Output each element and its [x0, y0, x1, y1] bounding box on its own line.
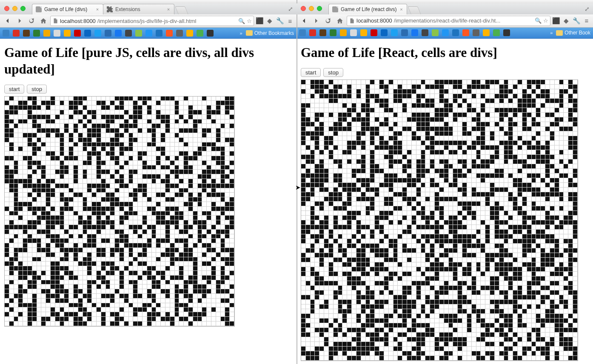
- minimize-window-icon[interactable]: [12, 6, 17, 11]
- bookmark-icon[interactable]: [145, 30, 152, 37]
- bookmark-icon[interactable]: [84, 30, 91, 37]
- ext-icon[interactable]: ◆: [266, 17, 274, 25]
- bookmark-icon[interactable]: [186, 30, 193, 37]
- bookmark-icon[interactable]: [340, 29, 347, 36]
- home-button[interactable]: [38, 16, 48, 26]
- bookmark-icon[interactable]: [350, 29, 357, 36]
- zoom-icon[interactable]: 🔍: [535, 17, 542, 24]
- ext-icon[interactable]: ◆: [562, 17, 570, 25]
- new-tab-button[interactable]: [175, 6, 188, 14]
- bookmark-icon[interactable]: [371, 29, 377, 36]
- grid-cell: [120, 216, 124, 220]
- reload-button[interactable]: [323, 16, 333, 26]
- close-window-icon[interactable]: [4, 6, 9, 11]
- bookmark-icon[interactable]: [319, 29, 326, 36]
- forward-button[interactable]: [14, 16, 25, 26]
- browser-tab[interactable]: Extensions×: [103, 4, 174, 14]
- browser-tab[interactable]: Game of Life (divs)×: [32, 4, 103, 14]
- bookmark-icon[interactable]: [432, 29, 439, 36]
- bookmark-star-icon[interactable]: ☆: [247, 18, 252, 24]
- grid-cell: [458, 155, 462, 159]
- bookmark-icon[interactable]: [330, 29, 336, 36]
- bookmark-icon[interactable]: [381, 29, 388, 36]
- bookmark-icon[interactable]: [462, 29, 469, 36]
- start-button[interactable]: start: [4, 85, 24, 94]
- new-tab-button[interactable]: [408, 6, 422, 14]
- bookmark-icon[interactable]: [422, 29, 428, 36]
- bookmark-icon[interactable]: [105, 30, 111, 37]
- bookmark-icon[interactable]: [33, 30, 40, 37]
- grid-cell: [9, 128, 14, 133]
- forward-button[interactable]: [311, 16, 321, 26]
- grid-cell: [18, 211, 23, 216]
- zoom-icon[interactable]: 🔍: [238, 18, 245, 24]
- menu-icon[interactable]: ≡: [583, 17, 590, 25]
- grid-cell: [407, 94, 412, 99]
- grid-cell: [536, 300, 541, 304]
- grid-cell: [78, 179, 83, 184]
- bookmark-icon[interactable]: [135, 30, 142, 37]
- bookmarks-overflow-icon[interactable]: »: [550, 30, 553, 35]
- start-button[interactable]: start: [301, 68, 321, 77]
- bookmark-icon[interactable]: [473, 29, 479, 36]
- grid-cell: [5, 248, 9, 253]
- expand-icon[interactable]: ⤢: [584, 6, 590, 12]
- wrench-icon[interactable]: 🔧: [573, 17, 580, 25]
- bookmark-icon[interactable]: [197, 30, 203, 37]
- bookmark-icon[interactable]: [3, 30, 9, 37]
- grid-cell: [46, 101, 51, 105]
- reload-button[interactable]: [26, 16, 37, 26]
- grid-cell: [83, 101, 88, 105]
- bookmark-icon[interactable]: [125, 30, 132, 37]
- bookmark-icon[interactable]: [115, 30, 122, 37]
- back-button[interactable]: [3, 16, 13, 26]
- bookmark-icon[interactable]: [452, 29, 459, 36]
- back-button[interactable]: [299, 16, 309, 26]
- close-tab-icon[interactable]: ×: [95, 7, 100, 11]
- bookmark-icon[interactable]: [401, 29, 408, 36]
- bookmark-icon[interactable]: [43, 30, 50, 37]
- other-bookmarks-button[interactable]: Other Bookmarks: [246, 30, 294, 36]
- bookmark-icon[interactable]: [74, 30, 81, 37]
- ext-icon[interactable]: ⬛: [552, 17, 560, 25]
- stop-button[interactable]: stop: [27, 85, 47, 94]
- grid-cell: [306, 286, 311, 290]
- bookmark-icon[interactable]: [483, 29, 490, 36]
- bookmark-icon[interactable]: [23, 30, 30, 37]
- bookmark-icon[interactable]: [309, 29, 316, 36]
- close-tab-icon[interactable]: ×: [166, 7, 171, 11]
- ext-icon[interactable]: ⬛: [256, 17, 263, 25]
- zoom-window-icon[interactable]: [317, 6, 322, 11]
- address-bar[interactable]: localhost:8000 /implementations/js-div/l…: [50, 16, 254, 26]
- close-window-icon[interactable]: [301, 6, 306, 11]
- browser-tab[interactable]: Game of Life (react divs)×: [328, 4, 407, 14]
- bookmark-icon[interactable]: [13, 30, 20, 37]
- bookmark-icon[interactable]: [64, 30, 71, 37]
- bookmark-icon[interactable]: [391, 29, 398, 36]
- address-bar[interactable]: localhost:8000 /implementations/react-di…: [347, 16, 550, 26]
- wrench-icon[interactable]: 🔧: [276, 17, 284, 25]
- bookmark-icon[interactable]: [207, 30, 214, 37]
- other-bookmarks-button[interactable]: Other Book: [556, 30, 590, 36]
- bookmark-icon[interactable]: [411, 29, 418, 36]
- bookmark-icon[interactable]: [360, 29, 367, 36]
- zoom-window-icon[interactable]: [20, 6, 26, 11]
- bookmark-icon[interactable]: [54, 30, 60, 37]
- home-button[interactable]: [335, 16, 345, 26]
- bookmark-icon[interactable]: [166, 30, 173, 37]
- close-tab-icon[interactable]: ×: [399, 7, 403, 11]
- bookmark-icon[interactable]: [176, 30, 183, 37]
- bookmark-icon[interactable]: [493, 29, 500, 36]
- minimize-window-icon[interactable]: [309, 6, 314, 11]
- stop-button[interactable]: stop: [323, 68, 343, 77]
- bookmarks-overflow-icon[interactable]: »: [240, 31, 242, 36]
- bookmark-icon[interactable]: [299, 29, 306, 36]
- expand-icon[interactable]: ⤢: [288, 6, 293, 12]
- bookmark-icon[interactable]: [156, 30, 163, 37]
- grid-cell: [329, 141, 334, 145]
- bookmark-icon[interactable]: [503, 29, 510, 36]
- menu-icon[interactable]: ≡: [286, 17, 294, 25]
- bookmark-icon[interactable]: [442, 29, 449, 36]
- bookmark-icon[interactable]: [94, 30, 101, 37]
- bookmark-star-icon[interactable]: ☆: [543, 17, 548, 24]
